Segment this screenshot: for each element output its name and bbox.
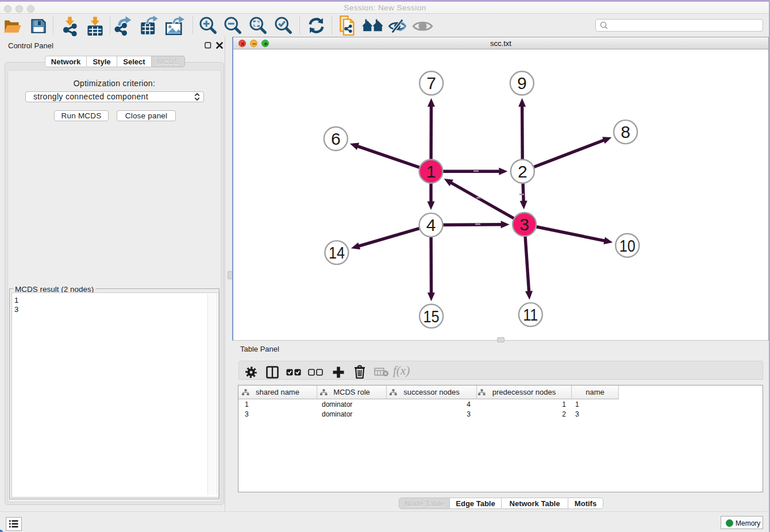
svg-text:11: 11	[523, 305, 538, 324]
svg-text:9: 9	[517, 74, 527, 92]
svg-text:7: 7	[426, 74, 436, 92]
svg-text:10: 10	[619, 236, 636, 255]
svg-text:4: 4	[426, 215, 436, 234]
svg-text:1: 1	[426, 162, 436, 181]
svg-text:2: 2	[518, 162, 528, 181]
svg-text:8: 8	[621, 122, 630, 141]
svg-text:3: 3	[519, 215, 529, 234]
svg-text:6: 6	[331, 129, 341, 148]
svg-text:14: 14	[329, 243, 345, 262]
svg-text:15: 15	[424, 307, 440, 326]
